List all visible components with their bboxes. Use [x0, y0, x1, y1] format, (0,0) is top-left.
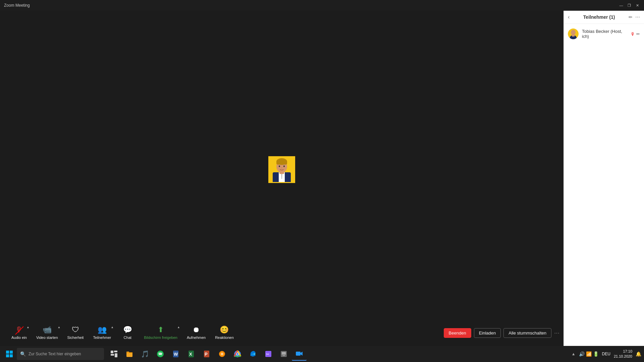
svg-rect-7: [276, 161, 287, 165]
svg-rect-25: [126, 352, 132, 353]
svg-rect-18: [10, 354, 13, 357]
participants-arrow-icon: ▲: [111, 325, 114, 329]
participants-btn-icon: 👥: [98, 325, 107, 334]
panel-action-icons: ✏ ⋯: [629, 14, 640, 20]
svg-marker-46: [301, 352, 303, 356]
security-label: Sicherheit: [67, 336, 84, 340]
video-icon: 📹: [43, 325, 52, 334]
taskbar-system-icons: 🔊 📶 🔋: [579, 351, 599, 357]
taskbar-time: 17:10: [614, 349, 632, 354]
audio-button[interactable]: ▲ 🎙 Audio ein: [7, 323, 32, 342]
participants-panel: ‹ Teilnehmer (1) ✏ ⋯ Tobias Becker (Host…: [564, 11, 644, 362]
taskbar-search[interactable]: 🔍 Zur Suche Text hier eingeben: [17, 348, 104, 360]
end-call-button[interactable]: Beenden: [444, 328, 471, 338]
svg-point-12: [571, 30, 576, 35]
security-button[interactable]: 🛡 Sicherheit: [63, 323, 89, 342]
svg-rect-20: [114, 351, 117, 352]
security-btn-icon: 🛡: [72, 325, 79, 334]
svg-point-38: [236, 353, 238, 355]
taskbar-app-10[interactable]: [276, 347, 291, 361]
participants-panel-title: Teilnehmer (1): [583, 14, 615, 20]
taskbar-search-placeholder: Zur Suche Text hier eingeben: [29, 352, 81, 356]
audio-label: Audio ein: [11, 336, 27, 340]
taskbar-network-icon[interactable]: 🔊: [579, 351, 585, 357]
taskbar-chrome[interactable]: [230, 347, 245, 361]
svg-point-9: [283, 166, 285, 167]
taskbar-snip[interactable]: ✂: [261, 347, 276, 361]
taskbar-spotify[interactable]: [153, 347, 168, 361]
more-options-icon[interactable]: ⋯: [554, 330, 559, 336]
share-arrow-icon: ▲: [177, 325, 180, 329]
participant-avatar-thumb: [568, 28, 579, 39]
taskbar-edge-2[interactable]: [246, 347, 260, 361]
taskbar-clock[interactable]: 17:10 21.10.2020: [614, 349, 632, 359]
svg-rect-44: [282, 355, 285, 356]
bottom-actions: Beenden Einladen Alle stummschalten ⋯: [444, 328, 559, 338]
window-title: Zoom Meeting: [4, 3, 619, 8]
maximize-button[interactable]: ❐: [627, 3, 632, 8]
taskbar-zoom[interactable]: [292, 347, 307, 361]
participants-label: Teilnehmer: [93, 336, 111, 340]
svg-text:P: P: [205, 352, 208, 357]
panel-search-icon[interactable]: ⋯: [635, 14, 640, 20]
svg-text:✂: ✂: [266, 352, 269, 357]
record-label: Aufnehmen: [187, 336, 206, 340]
chat-label: Chat: [124, 336, 131, 340]
reactions-icon: 😊: [220, 325, 229, 334]
taskbar-notifications-icon[interactable]: 🔔: [636, 351, 641, 357]
record-button[interactable]: ⏺ Aufnehmen: [182, 323, 210, 342]
svg-rect-21: [111, 354, 114, 356]
taskbar-word[interactable]: W: [168, 347, 183, 361]
taskbar-battery-icon[interactable]: 🔋: [593, 351, 599, 357]
svg-point-10: [281, 168, 282, 168]
svg-text:X: X: [189, 352, 192, 357]
reactions-button[interactable]: 😊 Reaktionen: [210, 323, 238, 342]
taskbar-volume-icon[interactable]: 📶: [586, 351, 592, 357]
taskbar-explorer[interactable]: [122, 347, 137, 361]
video-arrow-icon: ▲: [58, 325, 61, 329]
chat-icon: 💬: [123, 325, 132, 334]
video-button[interactable]: ▲ 📹 Video starten: [32, 323, 63, 342]
mute-all-button[interactable]: Alle stummschalten: [503, 328, 551, 338]
chat-button[interactable]: 💬 Chat: [116, 323, 139, 342]
taskbar-right: ▲ 🔊 📶 🔋 DEU 17:10 21.10.2020 🔔: [572, 349, 641, 359]
window-controls: — ❐ ✕: [619, 3, 640, 8]
meeting-area: [0, 11, 564, 328]
participants-button[interactable]: ▲ 👥 Teilnehmer: [88, 323, 116, 342]
svg-point-39: [250, 354, 256, 356]
svg-point-8: [279, 166, 280, 167]
taskbar-tray-arrow[interactable]: ▲: [572, 352, 576, 356]
taskbar-edge-1[interactable]: 🎵: [138, 347, 152, 361]
participant-mic-muted-icon: 🎙: [631, 32, 635, 37]
participant-name: Tobias Becker (Host, ich): [582, 29, 627, 39]
share-label: Bildschirm freigeben: [144, 336, 177, 340]
svg-rect-14: [572, 35, 575, 37]
mic-icon: 🎙: [15, 325, 23, 334]
panel-edit-icon[interactable]: ✏: [629, 14, 633, 20]
share-icon: ⬆: [158, 325, 164, 334]
svg-rect-19: [111, 351, 113, 353]
panel-collapse-button[interactable]: ‹: [568, 14, 570, 20]
svg-rect-23: [126, 352, 132, 357]
video-label: Video starten: [36, 336, 58, 340]
taskbar-search-icon: 🔍: [20, 351, 26, 357]
minimize-button[interactable]: —: [619, 3, 624, 8]
reactions-label: Reaktionen: [215, 336, 234, 340]
svg-point-34: [221, 353, 223, 355]
close-button[interactable]: ✕: [635, 3, 640, 8]
svg-rect-43: [282, 352, 286, 355]
taskbar-powerpoint[interactable]: P: [199, 347, 214, 361]
share-screen-button[interactable]: ▲ ⬆ Bildschirm freigeben: [139, 323, 182, 342]
participants-panel-header: ‹ Teilnehmer (1) ✏ ⋯: [564, 11, 644, 24]
svg-rect-15: [6, 351, 9, 354]
svg-rect-45: [296, 352, 301, 356]
svg-rect-16: [10, 351, 13, 354]
taskbar-apps: 🎵 W X P: [107, 347, 307, 361]
start-button[interactable]: [3, 347, 16, 361]
einladen-button[interactable]: Einladen: [474, 328, 501, 338]
taskbar-date: 21.10.2020: [614, 354, 632, 359]
taskbar-excel[interactable]: X: [184, 347, 199, 361]
taskbar-task-view[interactable]: [107, 347, 121, 361]
participant-list: Tobias Becker (Host, ich) 🎙 ✏: [564, 24, 644, 44]
taskbar-app-7[interactable]: [215, 347, 229, 361]
